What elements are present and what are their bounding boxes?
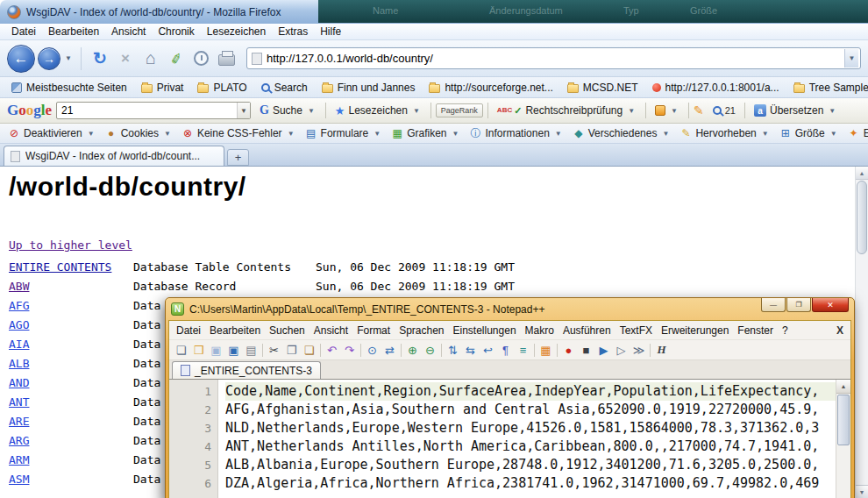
close-document-button[interactable]: X xyxy=(836,324,843,337)
translate-button[interactable]: a Übersetzen ▼ xyxy=(750,103,842,118)
webdev-verschiedenes[interactable]: ◆Verschiedenes▼ xyxy=(568,126,676,140)
webdev-informationen[interactable]: ⓘInformationen▼ xyxy=(465,125,567,142)
history-dropdown[interactable]: ▼ xyxy=(63,54,74,62)
record-macro-icon[interactable]: ● xyxy=(560,342,577,359)
copy-icon[interactable]: ❐ xyxy=(283,342,300,359)
tab-wsgidav[interactable]: WsgiDAV - Index of /world-db/count... xyxy=(4,146,224,166)
address-bar[interactable]: http://127.0.0.1/world-db/country/ ▼ xyxy=(246,47,861,69)
bookmark-meistbesuchte-seiten[interactable]: Meistbesuchte Seiten xyxy=(5,81,133,95)
listing-link-are[interactable]: ARE xyxy=(9,415,29,428)
menu-extras[interactable]: Extras xyxy=(272,25,314,39)
word-wrap-icon[interactable]: ↩ xyxy=(480,342,496,359)
url-dropdown[interactable]: ▼ xyxy=(844,49,858,68)
bookmark-tree-samples[interactable]: Tree Samples xyxy=(787,81,868,95)
find-icon[interactable]: ⊙ xyxy=(364,342,381,359)
scroll-up-button[interactable]: ▲ xyxy=(856,167,868,180)
bookmark-plato[interactable]: PLATO xyxy=(191,81,253,95)
webdev-groesse[interactable]: ⊞Größe▼ xyxy=(775,126,843,140)
webdev-cookies[interactable]: ●Cookies▼ xyxy=(101,126,177,140)
forward-button[interactable]: → xyxy=(38,47,60,70)
webdev-formulare[interactable]: ▤Formulare▼ xyxy=(301,126,388,140)
run-macro-multiple-icon[interactable]: ≫ xyxy=(630,342,647,359)
stop-button[interactable]: × xyxy=(114,46,137,71)
sidewiki-button[interactable]: ▼ xyxy=(651,103,684,117)
listing-link-alb[interactable]: ALB xyxy=(9,357,29,370)
bookmark-search[interactable]: Search xyxy=(255,81,314,95)
google-search-button[interactable]: G Suche ▼ xyxy=(255,102,321,119)
npp-menu-sprachen[interactable]: Sprachen xyxy=(395,324,448,338)
listing-link-arg[interactable]: ARG xyxy=(9,434,29,447)
history-clock-button[interactable] xyxy=(190,46,213,71)
menu-datei[interactable]: Datei xyxy=(5,25,42,39)
bookmark-finn-und-jannes[interactable]: Finn und Jannes xyxy=(316,81,422,95)
text-editor[interactable]: Code,Name,Continent,Region,SurfaceArea,I… xyxy=(218,380,836,498)
save-macro-icon[interactable]: ▷ xyxy=(613,342,630,359)
editor-scrollbar[interactable]: ▲ xyxy=(836,380,850,498)
listing-link-aia[interactable]: AIA xyxy=(9,338,29,351)
npp-menu-ausfuehren[interactable]: Ausführen xyxy=(559,324,615,338)
paste-icon[interactable]: ❏ xyxy=(301,342,317,359)
zoom-out-icon[interactable]: ⊖ xyxy=(422,342,438,359)
new-file-icon[interactable]: ❏ xyxy=(173,342,189,359)
show-symbols-icon[interactable]: ¶ xyxy=(497,342,514,359)
npp-menu-erweiterungen[interactable]: Erweiterungen xyxy=(657,324,733,338)
npp-menu-help[interactable]: ? xyxy=(778,324,793,338)
open-file-icon[interactable]: ❒ xyxy=(190,342,207,359)
menu-bearbeiten[interactable]: Bearbeiten xyxy=(42,25,105,39)
redo-icon[interactable]: ↷ xyxy=(341,342,358,359)
back-button[interactable]: ← xyxy=(7,45,35,73)
google-search-box[interactable]: ▼ xyxy=(56,102,251,119)
npp-menu-ansicht[interactable]: Ansicht xyxy=(309,324,352,338)
line-number-gutter[interactable]: 1 2 3 4 5 6 xyxy=(169,380,218,498)
new-tab-button[interactable]: + xyxy=(227,149,249,166)
notepadpp-titlebar[interactable]: N C:\Users\Martin\AppData\Local\Temp\_EN… xyxy=(166,298,854,320)
npp-menu-format[interactable]: Format xyxy=(352,324,395,338)
listing-link-abw[interactable]: ABW xyxy=(9,280,29,293)
home-button[interactable]: ⌂ xyxy=(139,46,162,71)
npp-menu-suchen[interactable]: Suchen xyxy=(265,324,309,338)
npp-menu-textfx[interactable]: TextFX xyxy=(615,324,657,338)
scroll-down-button[interactable]: ▼ xyxy=(856,485,868,498)
webdev-grafiken[interactable]: ▦Grafiken▼ xyxy=(387,126,465,140)
scroll-up-button[interactable]: ▲ xyxy=(836,380,850,394)
npp-menu-datei[interactable]: Datei xyxy=(172,324,205,338)
menu-lesezeichen[interactable]: Lesezeichen xyxy=(201,25,272,39)
minimize-button[interactable]: — xyxy=(761,298,786,312)
webdev-hervorheben[interactable]: ✎Hervorheben▼ xyxy=(675,126,774,140)
maximize-button[interactable]: ❐ xyxy=(786,298,811,312)
listing-link-entire-contents[interactable]: ENTIRE CONTENTS xyxy=(9,260,111,274)
firefox-titlebar[interactable]: WsgiDAV - Index of /world-db/country/ - … xyxy=(0,0,868,24)
save-all-icon[interactable]: ▣ xyxy=(225,342,242,359)
replace-icon[interactable]: ⇄ xyxy=(381,342,398,359)
listing-link-arm[interactable]: ARM xyxy=(9,453,29,466)
menu-chronik[interactable]: Chronik xyxy=(152,25,200,39)
google-logo[interactable]: G o o g l e xyxy=(7,102,52,119)
save-icon[interactable]: ▣ xyxy=(208,342,224,359)
print-icon[interactable]: ▤ xyxy=(243,342,260,359)
undo-icon[interactable]: ↶ xyxy=(324,342,340,359)
listing-link-asm[interactable]: ASM xyxy=(9,473,29,486)
up-to-higher-level-link[interactable]: Up to higher level xyxy=(9,238,132,252)
highlight-count[interactable]: 21 xyxy=(708,103,740,117)
menu-hilfe[interactable]: Hilfe xyxy=(314,25,347,39)
listing-link-ago[interactable]: AGO xyxy=(9,318,29,331)
search-history-dropdown[interactable]: ▼ xyxy=(237,103,250,118)
feed-button[interactable]: ✐ xyxy=(162,44,190,73)
play-macro-icon[interactable]: ▶ xyxy=(595,342,612,359)
url-text[interactable]: http://127.0.0.1/world-db/country/ xyxy=(267,52,840,65)
page-scrollbar[interactable]: ▲ ▼ xyxy=(855,167,868,498)
user-panel-icon[interactable]: ▦ xyxy=(537,342,554,359)
bookmark-privat[interactable]: Privat xyxy=(135,81,190,95)
sync-horizontal-icon[interactable]: ⇆ xyxy=(462,342,479,359)
npp-menu-bearbeiten[interactable]: Bearbeiten xyxy=(205,324,265,338)
bookmark-localhost-8001[interactable]: http://127.0.0.1:8001/a... xyxy=(646,81,786,95)
menu-ansicht[interactable]: Ansicht xyxy=(105,25,152,39)
sync-vertical-icon[interactable]: ⇅ xyxy=(445,342,461,359)
google-search-input[interactable] xyxy=(57,104,237,117)
npp-menu-einstellungen[interactable]: Einstellungen xyxy=(449,324,521,338)
stop-macro-icon[interactable]: ■ xyxy=(578,342,594,359)
reload-button[interactable]: ↻ xyxy=(89,46,111,71)
bookmark-mcsd-net[interactable]: MCSD.NET xyxy=(561,81,644,95)
listing-link-and[interactable]: AND xyxy=(9,376,29,389)
document-tab[interactable]: _ENTIRE_CONTENTS-3 xyxy=(172,361,321,379)
